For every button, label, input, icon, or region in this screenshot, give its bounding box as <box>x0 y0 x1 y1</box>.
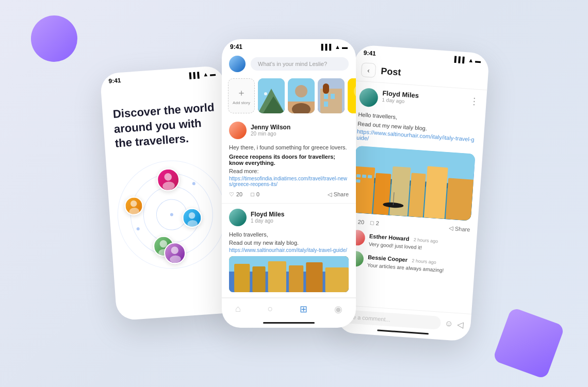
post-jenny-body: Hey there, i found something for greece … <box>229 143 349 152</box>
orbit-visualization <box>117 159 226 269</box>
emoji-icon[interactable]: ☺ <box>445 318 454 328</box>
phone-center: 9:41 ▌▌▌ ▲ ▬ What's in your mind Leslie?… <box>222 39 356 328</box>
post-page-title: Post <box>381 65 481 83</box>
back-button[interactable]: ‹ <box>361 62 377 78</box>
svg-rect-41 <box>409 173 426 217</box>
post-floyd-header: Floyd Miles 1 day ago <box>229 209 349 226</box>
signal-icon-left: ▌▌▌ <box>189 71 201 78</box>
likes-count: 20 <box>236 191 242 197</box>
post-jenny-link[interactable]: https://timesofindia.indiatimes.com/trav… <box>229 176 349 187</box>
post-jenny: Jenny Wilson 20 min ago Hey there, i fou… <box>222 116 356 204</box>
svg-point-3 <box>162 181 175 190</box>
svg-rect-34 <box>325 267 349 292</box>
more-options-button[interactable]: ⋮ <box>469 95 479 107</box>
battery-icon-left: ▬ <box>210 70 216 77</box>
svg-rect-20 <box>323 83 329 94</box>
plus-icon: ＋ <box>237 87 246 99</box>
comment-esther-content: Esther Howard 2 hours ago Very good! jus… <box>369 231 438 251</box>
svg-point-8 <box>171 246 178 254</box>
status-icons-right: ▌▌▌ ▲ ▬ <box>454 56 481 64</box>
svg-point-9 <box>170 255 182 263</box>
story-item-4[interactable] <box>348 78 356 113</box>
post-stats: ♡ 20 □ 2 ◁ Share <box>351 217 470 232</box>
center-dot <box>170 213 173 216</box>
right-phone-content: 9:41 ▌▌▌ ▲ ▬ ‹ Post Floyd Miles <box>336 44 489 342</box>
detail-comments[interactable]: □ 2 <box>370 219 380 226</box>
signal-icon-center: ▌▌▌ <box>321 44 333 50</box>
stories-row: ＋ Add story <box>222 75 356 116</box>
svg-rect-32 <box>289 265 303 292</box>
comment-icon-detail: □ <box>370 219 374 225</box>
decorative-blob-right <box>493 307 565 380</box>
comment-bessie: Bessie Cooper 2 hours ago Your articles … <box>348 250 468 275</box>
time-left: 9:41 <box>108 76 121 85</box>
svg-point-2 <box>164 173 172 181</box>
post-jenny-comments[interactable]: □ 0 <box>251 191 259 197</box>
post-detail-avatar <box>359 87 379 107</box>
comment-esther-time: 2 hours ago <box>413 237 438 244</box>
time-right: 9:41 <box>363 49 376 57</box>
post-jenny-name: Jenny Wilson <box>251 124 290 131</box>
svg-rect-40 <box>389 166 411 216</box>
post-floyd-image <box>229 256 349 292</box>
post-jenny-avatar <box>229 122 247 139</box>
detail-share[interactable]: ◁ Share <box>449 224 470 232</box>
post-jenny-time: 20 min ago <box>251 131 290 137</box>
post-jenny-read-more-label: Read more: <box>229 167 349 176</box>
post-jenny-actions: ♡ 20 □ 0 ◁ Share <box>229 191 349 198</box>
home-nav-icon[interactable]: ⌂ <box>235 304 241 314</box>
battery-icon-center: ▬ <box>342 44 348 50</box>
detail-likes-count: 20 <box>358 218 365 225</box>
post-floyd-time: 1 day ago <box>251 218 284 224</box>
post-jenny-share[interactable]: ◁ Share <box>328 191 349 198</box>
svg-rect-23 <box>324 102 328 107</box>
phone-left: 9:41 ▌▌▌ ▲ ▬ Discover the world around y… <box>100 65 241 321</box>
search-nav-icon[interactable]: ○ <box>268 304 273 314</box>
svg-point-5 <box>187 220 198 227</box>
phone-right: 9:41 ▌▌▌ ▲ ▬ ‹ Post Floyd Miles <box>336 44 489 342</box>
add-story-button[interactable]: ＋ Add story <box>228 78 255 113</box>
story-item-2[interactable] <box>288 78 315 113</box>
comment-bessie-time: 2 hours ago <box>412 258 436 265</box>
post-jenny-meta: Jenny Wilson 20 min ago <box>251 124 290 137</box>
post-jenny-bold: Greece reopens its doors for travellers;… <box>229 154 349 166</box>
comment-bessie-content: Bessie Cooper 2 hours ago Your articles … <box>367 252 445 273</box>
post-floyd: Floyd Miles 1 day ago Hello travellers, … <box>222 204 356 298</box>
wifi-icon-center: ▲ <box>335 44 340 50</box>
svg-rect-24 <box>348 78 356 113</box>
post-floyd-avatar <box>229 209 247 226</box>
svg-rect-42 <box>424 166 448 219</box>
post-floyd-name: Floyd Miles <box>251 211 284 218</box>
svg-point-0 <box>130 200 137 207</box>
heart-icon: ♡ <box>229 191 234 198</box>
home-indicator-area <box>222 322 356 328</box>
svg-point-1 <box>129 207 140 214</box>
comment-input[interactable]: te a comment... <box>344 309 441 329</box>
search-input[interactable]: What's in your mind Leslie? <box>251 57 349 71</box>
feed-nav-icon[interactable]: ⊞ <box>300 304 307 315</box>
dot-2 <box>136 227 139 230</box>
post-jenny-likes[interactable]: ♡ 20 <box>229 191 242 198</box>
dot-1 <box>192 181 195 184</box>
svg-rect-22 <box>331 94 335 99</box>
status-icons-center: ▌▌▌ ▲ ▬ <box>321 44 348 50</box>
svg-rect-21 <box>324 94 328 99</box>
svg-rect-43 <box>446 178 474 221</box>
story-item-1[interactable] <box>258 78 285 113</box>
svg-point-16 <box>295 85 307 97</box>
profile-nav-icon[interactable]: ◉ <box>334 304 342 315</box>
post-floyd-link[interactable]: https://www.saltinourhair.com/italy/ital… <box>229 247 349 253</box>
svg-point-4 <box>188 212 195 218</box>
svg-rect-30 <box>252 266 265 292</box>
share-icon: ◁ <box>328 191 332 198</box>
post-detail-image <box>351 145 476 221</box>
post-detail-meta: Floyd Miles 1 day ago <box>382 89 466 108</box>
decorative-blob-left <box>31 15 77 62</box>
comment-esther-name: Esther Howard <box>369 233 410 242</box>
time-center: 9:41 <box>230 43 242 51</box>
search-bar-area[interactable]: What's in your mind Leslie? <box>222 53 356 75</box>
story-item-3[interactable] <box>318 78 345 113</box>
send-icon[interactable]: ◁ <box>457 319 464 329</box>
phones-container: 9:41 ▌▌▌ ▲ ▬ Discover the world around y… <box>98 49 490 338</box>
home-indicator <box>263 322 315 324</box>
